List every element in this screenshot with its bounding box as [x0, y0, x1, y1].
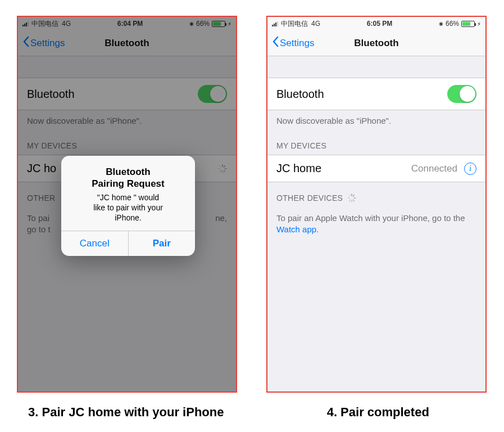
svg-rect-15 [277, 21, 278, 26]
help-text: To pair an Apple Watch with your iPhone,… [267, 207, 485, 241]
back-button[interactable]: Settings [272, 36, 314, 50]
info-icon[interactable]: i [464, 163, 476, 175]
other-devices-header: OTHER DEVICES [267, 182, 485, 207]
carrier-label: 中国电信 [281, 19, 308, 29]
svg-rect-13 [274, 24, 275, 26]
device-name: JC home [276, 162, 321, 175]
page-title: Bluetooth [354, 38, 398, 49]
bolt-icon: ⚡︎ [477, 21, 481, 27]
svg-rect-14 [275, 22, 276, 26]
bluetooth-toggle-row: Bluetooth [267, 78, 485, 110]
device-status: Connected [411, 163, 457, 174]
pair-button[interactable]: Pair [128, 231, 196, 256]
nav-bar: Settings Bluetooth [267, 30, 485, 56]
discoverable-note: Now discoverable as "iPhone". [267, 110, 485, 130]
my-devices-header: MY DEVICES [267, 130, 485, 155]
network-label: 4G [311, 20, 320, 28]
svg-line-17 [353, 195, 355, 196]
back-label: Settings [280, 38, 314, 49]
chevron-left-icon [272, 36, 279, 50]
bluetooth-toggle[interactable] [447, 85, 476, 103]
svg-line-21 [349, 200, 351, 201]
phone-step-4: 中国电信 4G 6:05 PM ◉ 66% ⚡︎ Settings Blueto… [266, 16, 487, 393]
svg-rect-12 [272, 25, 273, 26]
pairing-alert: Bluetooth Pairing Request "JC home " wou… [61, 156, 195, 256]
alert-message: "JC home " would like to pair with your … [71, 192, 185, 223]
svg-line-23 [349, 195, 351, 196]
spinner-icon [347, 194, 356, 202]
location-icon: ◉ [439, 21, 443, 26]
alert-title: Bluetooth Pairing Request [71, 166, 185, 190]
caption-step-4: 4. Pair completed [252, 405, 505, 420]
battery-percent: 66% [446, 20, 459, 28]
clock: 6:05 PM [367, 20, 392, 28]
watch-app-link[interactable]: Watch app [276, 224, 316, 234]
battery-icon [461, 21, 475, 27]
signal-icon [272, 21, 280, 26]
cancel-button[interactable]: Cancel [61, 231, 128, 256]
svg-line-19 [353, 200, 355, 201]
bluetooth-label: Bluetooth [276, 88, 324, 101]
device-row[interactable]: JC home Connected i [267, 155, 485, 182]
phone-step-3: 中国电信 4G 6:04 PM ◉ 66% ⚡︎ Settings Blueto… [17, 16, 237, 393]
caption-step-3: 3. Pair JC home with your iPhone [0, 405, 252, 420]
status-bar: 中国电信 4G 6:05 PM ◉ 66% ⚡︎ [267, 17, 485, 30]
